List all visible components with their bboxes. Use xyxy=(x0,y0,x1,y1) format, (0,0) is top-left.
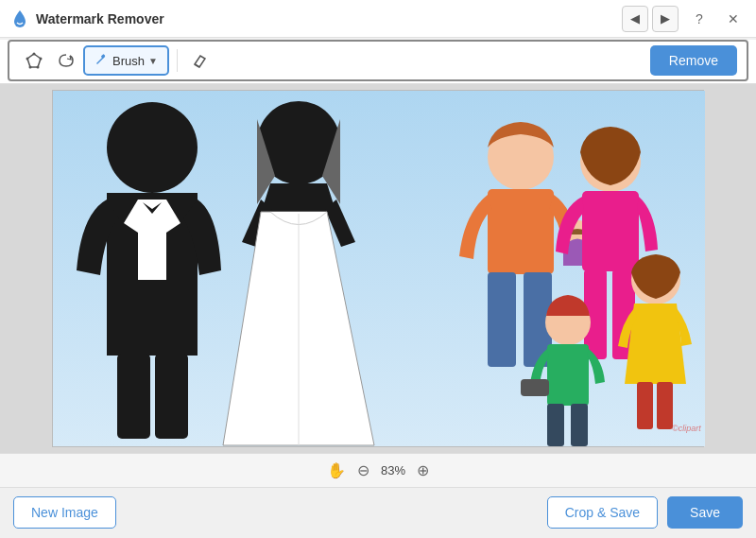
svg-rect-27 xyxy=(547,344,589,406)
main-image[interactable]: ©clipart xyxy=(53,91,705,446)
forward-button[interactable]: ▶ xyxy=(652,6,679,32)
image-container: ©clipart xyxy=(52,90,704,447)
svg-rect-30 xyxy=(521,379,549,396)
svg-rect-16 xyxy=(488,272,516,367)
svg-text:©clipart: ©clipart xyxy=(672,424,701,433)
svg-rect-6 xyxy=(101,54,106,59)
svg-point-3 xyxy=(37,66,40,69)
main-area: ©clipart xyxy=(0,84,756,453)
svg-point-5 xyxy=(26,58,29,61)
wedding-couple-svg xyxy=(53,91,403,446)
nav-buttons: ◀ ▶ xyxy=(622,6,679,32)
zoom-out-icon[interactable]: ⊖ xyxy=(357,461,369,479)
svg-marker-0 xyxy=(27,54,41,67)
new-image-button[interactable]: New Image xyxy=(13,496,116,529)
svg-rect-24 xyxy=(637,382,653,429)
zoom-in-icon[interactable]: ⊕ xyxy=(417,461,429,479)
svg-rect-25 xyxy=(657,382,673,429)
bottom-bar: New Image Crop & Save Save xyxy=(0,487,756,536)
back-button[interactable]: ◀ xyxy=(622,6,648,32)
svg-rect-20 xyxy=(582,191,639,271)
toolbar: Brush ▼ Remove xyxy=(8,40,748,81)
close-button[interactable]: ✕ xyxy=(720,6,747,32)
title-controls: ? ✕ xyxy=(686,6,747,32)
title-bar: Watermark Remover ◀ ▶ ? ✕ xyxy=(0,0,756,38)
lasso-tool-button[interactable] xyxy=(51,45,81,76)
zoom-level: 83% xyxy=(381,463,405,477)
app-title: Watermark Remover xyxy=(36,11,622,26)
chevron-down-icon: ▼ xyxy=(148,56,158,66)
family-svg: ©clipart xyxy=(393,91,705,446)
pan-icon[interactable]: ✋ xyxy=(327,461,346,479)
svg-point-1 xyxy=(33,53,36,56)
svg-rect-15 xyxy=(488,189,554,274)
brush-tool-button[interactable]: Brush ▼ xyxy=(83,45,169,76)
toolbar-area: Brush ▼ Remove xyxy=(0,40,756,84)
svg-point-2 xyxy=(40,58,43,61)
brush-label: Brush xyxy=(112,54,145,68)
svg-point-8 xyxy=(107,102,198,193)
status-bar: ✋ ⊖ 83% ⊕ xyxy=(0,453,756,487)
svg-point-4 xyxy=(29,66,32,69)
help-button[interactable]: ? xyxy=(686,6,713,32)
svg-rect-10 xyxy=(117,354,150,439)
brush-icon xyxy=(94,52,109,69)
save-button[interactable]: Save xyxy=(667,496,743,529)
app-logo xyxy=(9,9,30,29)
svg-rect-29 xyxy=(571,404,588,446)
remove-button[interactable]: Remove xyxy=(650,45,737,76)
crop-save-button[interactable]: Crop & Save xyxy=(547,496,658,529)
svg-rect-28 xyxy=(547,404,564,446)
svg-line-7 xyxy=(195,64,199,67)
svg-rect-11 xyxy=(155,354,188,439)
separator-1 xyxy=(177,49,178,72)
erase-tool-button[interactable] xyxy=(185,45,215,76)
polygon-tool-button[interactable] xyxy=(19,45,49,76)
right-buttons: Crop & Save Save xyxy=(547,496,743,529)
